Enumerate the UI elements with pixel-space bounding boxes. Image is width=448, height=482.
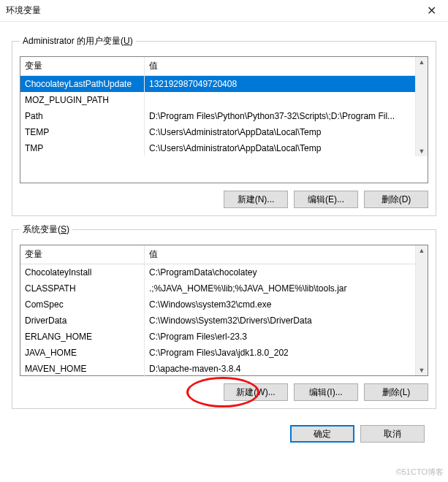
var-value: C:\Program Files\Java\jdk1.8.0_202 <box>145 345 415 361</box>
var-name: ERLANG_HOME <box>20 329 145 345</box>
system-new-button[interactable]: 新建(W)... <box>224 383 288 401</box>
var-name: TMP <box>20 140 145 156</box>
var-name: MOZ_PLUGIN_PATH <box>20 92 145 108</box>
scroll-down-icon[interactable]: ▼ <box>419 365 425 375</box>
var-value: C:\Windows\system32\cmd.exe <box>145 297 415 313</box>
table-row[interactable]: ERLANG_HOMEC:\Program Files\erl-23.3 <box>20 329 415 345</box>
watermark: ©51CTO博客 <box>396 467 444 478</box>
user-vars-legend: Administrator 的用户变量(U) <box>20 35 136 47</box>
var-value: C:\Users\Administrator\AppData\Local\Tem… <box>145 140 415 156</box>
var-value: 132192987049720408 <box>145 76 415 92</box>
table-row[interactable]: JAVA_HOMEC:\Program Files\Java\jdk1.8.0_… <box>20 345 415 361</box>
user-vars-group: Administrator 的用户变量(U) 变量 值 ChocolateyLa… <box>12 35 436 216</box>
var-value <box>145 92 415 108</box>
close-icon[interactable]: ✕ <box>415 0 448 22</box>
dialog-content: Administrator 的用户变量(U) 变量 值 ChocolateyLa… <box>0 22 448 460</box>
system-vars-group: 系统变量(S) 变量 值 ChocolateyInstallC:\Program… <box>12 223 436 409</box>
titlebar: 环境变量 ✕ <box>0 0 448 22</box>
var-value: D:\apache-maven-3.8.4 <box>145 361 415 377</box>
col-value[interactable]: 值 <box>145 245 415 264</box>
table-row[interactable]: TMPC:\Users\Administrator\AppData\Local\… <box>20 140 415 156</box>
var-name: MAVEN_HOME <box>20 361 145 377</box>
col-value[interactable]: 值 <box>145 57 415 75</box>
user-new-button[interactable]: 新建(N)... <box>224 191 288 208</box>
system-vars-table: 变量 值 ChocolateyInstallC:\ProgramData\cho… <box>20 245 428 376</box>
var-name: TEMP <box>20 124 145 140</box>
scroll-down-icon[interactable]: ▼ <box>419 146 425 156</box>
system-delete-button[interactable]: 删除(L) <box>364 383 428 401</box>
var-value: C:\ProgramData\chocolatey <box>145 264 415 280</box>
table-row[interactable]: ComSpecC:\Windows\system32\cmd.exe <box>20 297 415 313</box>
user-delete-button[interactable]: 删除(D) <box>364 191 428 208</box>
user-rows[interactable]: ChocolateyLastPathUpdate1321929870497204… <box>20 76 415 156</box>
user-edit-button[interactable]: 编辑(E)... <box>294 191 358 208</box>
system-edit-button[interactable]: 编辑(I)... <box>294 383 358 401</box>
var-value: C:\Users\Administrator\AppData\Local\Tem… <box>145 124 415 140</box>
scrollbar[interactable]: ▲ ▼ <box>415 57 428 156</box>
var-name: ChocolateyInstall <box>20 264 145 280</box>
col-variable[interactable]: 变量 <box>20 57 145 75</box>
user-vars-table: 变量 值 ChocolateyLastPathUpdate13219298704… <box>20 56 428 183</box>
var-name: DriverData <box>20 313 145 329</box>
var-name: JAVA_HOME <box>20 345 145 361</box>
scroll-up-icon[interactable]: ▲ <box>419 245 425 256</box>
system-vars-legend: 系统变量(S) <box>20 223 72 236</box>
cancel-button[interactable]: 取消 <box>360 425 425 443</box>
user-table-header: 变量 值 <box>20 57 415 76</box>
table-row[interactable]: PathD:\Program Files\Python\Python37-32\… <box>20 108 415 124</box>
system-rows[interactable]: ChocolateyInstallC:\ProgramData\chocolat… <box>20 264 415 377</box>
var-value: C:\Windows\System32\Drivers\DriverData <box>145 313 415 329</box>
table-row[interactable]: CLASSPATH.;%JAVA_HOME%\lib;%JAVA_HOME%\l… <box>20 280 415 297</box>
system-buttons-row: 新建(W)... 编辑(I)... 删除(L) <box>20 383 428 401</box>
scroll-up-icon[interactable]: ▲ <box>419 57 425 67</box>
var-name: Path <box>20 108 145 124</box>
var-value: C:\Program Files\erl-23.3 <box>145 329 415 345</box>
system-table-header: 变量 值 <box>20 245 415 264</box>
var-name: ComSpec <box>20 297 145 313</box>
col-variable[interactable]: 变量 <box>20 245 145 264</box>
table-row[interactable]: ChocolateyInstallC:\ProgramData\chocolat… <box>20 264 415 280</box>
window-title: 环境变量 <box>6 4 41 17</box>
var-name: ChocolateyLastPathUpdate <box>20 76 145 92</box>
table-row[interactable]: MAVEN_HOMED:\apache-maven-3.8.4 <box>20 361 415 377</box>
table-row[interactable]: TEMPC:\Users\Administrator\AppData\Local… <box>20 124 415 140</box>
scrollbar[interactable]: ▲ ▼ <box>415 245 428 375</box>
user-buttons-row: 新建(N)... 编辑(E)... 删除(D) <box>20 191 428 208</box>
var-value: D:\Program Files\Python\Python37-32\Scri… <box>145 108 415 124</box>
table-row[interactable]: MOZ_PLUGIN_PATH <box>20 92 415 108</box>
ok-button[interactable]: 确定 <box>290 425 354 443</box>
table-row[interactable]: DriverDataC:\Windows\System32\Drivers\Dr… <box>20 313 415 329</box>
dialog-footer: 确定 取消 <box>12 416 436 451</box>
var-name: CLASSPATH <box>20 280 145 297</box>
table-row[interactable]: ChocolateyLastPathUpdate1321929870497204… <box>20 76 415 92</box>
var-value: .;%JAVA_HOME%\lib;%JAVA_HOME%\lib\tools.… <box>145 280 415 297</box>
